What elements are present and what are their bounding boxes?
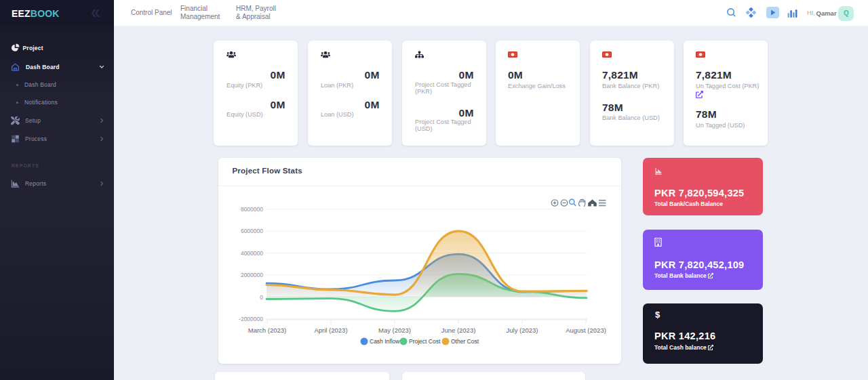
svg-text:4000000: 4000000 xyxy=(241,250,263,257)
svg-text:2000000: 2000000 xyxy=(241,272,263,278)
svg-text:0: 0 xyxy=(260,294,263,301)
svg-text:June (2023): June (2023) xyxy=(441,326,476,334)
svg-text:March (2023): March (2023) xyxy=(248,326,287,334)
svg-text:July (2023): July (2023) xyxy=(507,326,538,334)
svg-text:6000000: 6000000 xyxy=(241,228,263,234)
svg-text:May (2023): May (2023) xyxy=(378,326,411,334)
svg-text:Project Cost: Project Cost xyxy=(409,338,441,345)
svg-text:-2000000: -2000000 xyxy=(239,316,263,322)
svg-text:August (2023): August (2023) xyxy=(566,326,606,334)
svg-text:Other Cost: Other Cost xyxy=(451,338,479,345)
svg-text:Cash Inflow: Cash Inflow xyxy=(370,338,400,345)
svg-text:April (2023): April (2023) xyxy=(314,326,347,334)
svg-text:8000000: 8000000 xyxy=(241,206,263,213)
